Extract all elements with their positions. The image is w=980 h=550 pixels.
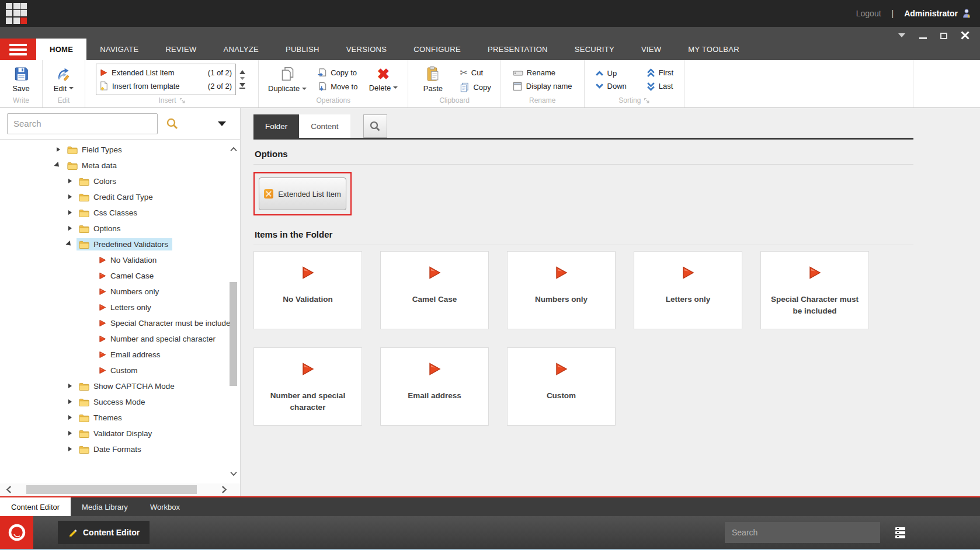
- tree-item[interactable]: Number and special character: [0, 331, 240, 347]
- expand-arrow-icon[interactable]: [67, 177, 74, 185]
- search-options-dropdown-icon[interactable]: [218, 121, 226, 126]
- ribbon-tab[interactable]: PUBLISH: [272, 39, 333, 60]
- expand-arrow-icon[interactable]: [67, 414, 74, 422]
- folder-item-card[interactable]: Custom: [507, 347, 616, 426]
- tree-item[interactable]: No Validation: [0, 252, 240, 268]
- scroll-left-icon[interactable]: [6, 485, 12, 494]
- tree-vertical-scrollbar[interactable]: [228, 143, 239, 480]
- dialog-launcher-icon[interactable]: [644, 98, 649, 103]
- tree-item[interactable]: Credit Card Type: [0, 189, 240, 205]
- expand-arrow-icon[interactable]: [67, 193, 74, 201]
- content-editor-taskbar-button[interactable]: Content Editor: [58, 521, 150, 544]
- delete-button[interactable]: ✖ Delete: [368, 67, 398, 92]
- paste-button[interactable]: Paste: [418, 66, 448, 93]
- scroll-up-icon[interactable]: [230, 147, 238, 152]
- move-to-button[interactable]: Move to: [317, 82, 357, 92]
- tree-item[interactable]: Email address: [0, 347, 240, 363]
- tree-item[interactable]: Letters only: [0, 300, 240, 315]
- tree-item[interactable]: Colors: [0, 173, 240, 189]
- minimize-icon[interactable]: [918, 31, 927, 39]
- menu-button[interactable]: [0, 39, 36, 60]
- folder-item-card[interactable]: Numbers only: [507, 251, 616, 329]
- folder-item-card[interactable]: Special Character must be included: [760, 251, 869, 329]
- expand-arrow-icon[interactable]: [67, 241, 74, 248]
- ribbon-tab[interactable]: MY TOOLBAR: [675, 39, 753, 60]
- ribbon-tab[interactable]: SECURITY: [561, 39, 628, 60]
- ribbon-tab[interactable]: ANALYZE: [210, 39, 272, 60]
- insert-option-row[interactable]: Extended List Item (1 of 2): [100, 68, 232, 77]
- expand-arrow-icon[interactable]: [55, 162, 62, 169]
- tree-hscrollbar-thumb[interactable]: [26, 485, 197, 494]
- ribbon-tab[interactable]: REVIEW: [152, 39, 210, 60]
- ribbon-tab[interactable]: VERSIONS: [333, 39, 401, 60]
- sort-up-button[interactable]: Up: [595, 69, 627, 78]
- tree-item[interactable]: Meta data: [0, 158, 240, 173]
- folder-item-card[interactable]: Number and special character: [253, 347, 362, 426]
- folder-item-card[interactable]: Letters only: [634, 251, 742, 329]
- folder-item-card[interactable]: No Validation: [253, 251, 362, 329]
- scroll-right-icon[interactable]: [221, 485, 227, 494]
- scroll-down-icon[interactable]: [230, 471, 238, 476]
- tree-item[interactable]: Validator Display: [0, 426, 240, 441]
- ribbon-tab[interactable]: VIEW: [628, 39, 675, 60]
- application-tab[interactable]: Content Editor: [0, 497, 71, 516]
- tree-scrollbar-thumb[interactable]: [230, 282, 237, 386]
- tree-item[interactable]: Date Formats: [0, 441, 240, 457]
- save-button[interactable]: Save: [6, 66, 36, 93]
- chevron-down-icon[interactable]: [897, 31, 906, 39]
- tree-item[interactable]: Success Mode: [0, 394, 240, 410]
- edit-button[interactable]: Edit: [48, 67, 79, 93]
- search-input[interactable]: [7, 113, 158, 134]
- spinner-up-icon[interactable]: [239, 70, 245, 74]
- expand-arrow-icon[interactable]: [67, 209, 74, 217]
- close-icon[interactable]: [960, 31, 969, 39]
- tree-item[interactable]: Predefined Validators: [0, 236, 240, 252]
- rename-button[interactable]: Rename: [513, 68, 572, 78]
- sort-last-button[interactable]: Last: [647, 82, 673, 91]
- tree-item[interactable]: Themes: [0, 410, 240, 426]
- tree-item[interactable]: Css Classes: [0, 205, 240, 221]
- sitecore-logo[interactable]: [0, 516, 33, 549]
- tree-item[interactable]: Field Types: [0, 142, 240, 158]
- item-search-button[interactable]: [363, 114, 387, 138]
- search-icon[interactable]: [166, 117, 179, 130]
- folder-item-card[interactable]: Camel Case: [380, 251, 489, 329]
- copy-to-button[interactable]: Copy to: [317, 68, 357, 78]
- expand-arrow-icon[interactable]: [67, 445, 74, 453]
- spinner-down-icon[interactable]: [240, 77, 245, 80]
- tree-item[interactable]: Numbers only: [0, 284, 240, 300]
- tree-horizontal-scrollbar[interactable]: [0, 483, 240, 496]
- layers-icon[interactable]: [895, 527, 905, 538]
- spinner-last-icon[interactable]: [239, 83, 245, 89]
- current-user-label[interactable]: Administrator: [904, 9, 958, 18]
- ribbon-tab[interactable]: PRESENTATION: [474, 39, 561, 60]
- folder-item-card[interactable]: Email address: [380, 347, 489, 426]
- tree-item[interactable]: Custom: [0, 363, 240, 378]
- app-grid-icon[interactable]: [6, 3, 27, 25]
- view-tab[interactable]: Folder: [253, 114, 299, 138]
- cut-button[interactable]: ✂ Cut: [460, 67, 491, 78]
- ribbon-tab[interactable]: HOME: [36, 39, 86, 60]
- expand-arrow-icon[interactable]: [67, 225, 74, 232]
- tree-item[interactable]: Show CAPTCHA Mode: [0, 378, 240, 394]
- insert-option-row[interactable]: Insert from template (2 of 2): [100, 81, 232, 90]
- expand-arrow-icon[interactable]: [67, 398, 74, 406]
- application-tab[interactable]: Media Library: [71, 497, 139, 516]
- ribbon-tab[interactable]: NAVIGATE: [86, 39, 152, 60]
- expand-arrow-icon[interactable]: [67, 430, 74, 437]
- sort-first-button[interactable]: First: [647, 68, 673, 78]
- tree-item[interactable]: Special Character must be included: [0, 315, 240, 331]
- expand-arrow-icon[interactable]: [67, 382, 74, 390]
- expand-arrow-icon[interactable]: [55, 146, 62, 154]
- taskbar-search-input[interactable]: [725, 522, 880, 543]
- ribbon-tab[interactable]: CONFIGURE: [400, 39, 474, 60]
- dialog-launcher-icon[interactable]: [179, 98, 185, 103]
- tree-item[interactable]: Options: [0, 221, 240, 236]
- maximize-icon[interactable]: [939, 31, 948, 39]
- copy-button[interactable]: Copy: [460, 82, 491, 92]
- view-tab[interactable]: Content: [299, 114, 350, 138]
- duplicate-button[interactable]: Duplicate: [268, 66, 307, 93]
- application-tab[interactable]: Workbox: [139, 497, 191, 516]
- display-name-button[interactable]: Display name: [513, 82, 572, 91]
- extended-list-item-button[interactable]: Extended List Item: [259, 177, 346, 210]
